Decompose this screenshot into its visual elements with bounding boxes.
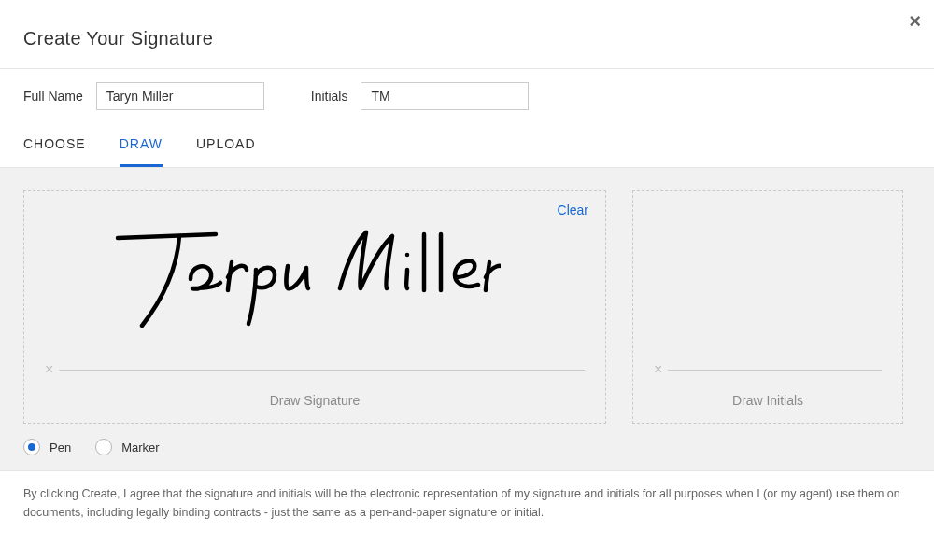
initials-panel-label: Draw Initials (633, 393, 902, 408)
pen-label: Pen (50, 441, 71, 455)
pen-radio[interactable] (23, 439, 40, 455)
name-fields: Full Name Initials (0, 69, 934, 123)
line-mark-icon: × (654, 361, 662, 378)
dialog-header: Create Your Signature (0, 0, 934, 68)
marker-radio[interactable] (95, 439, 112, 455)
signature-drawing (108, 225, 501, 328)
marker-label: Marker (121, 441, 159, 455)
tab-upload[interactable]: UPLOAD (196, 123, 256, 167)
fullname-input[interactable] (96, 82, 264, 110)
initials-line: × (654, 361, 882, 378)
signature-panel-label: Draw Signature (24, 393, 605, 408)
clear-button[interactable]: Clear (558, 203, 588, 217)
signature-line: × (45, 361, 585, 378)
signature-panel[interactable]: Clear (23, 190, 606, 424)
signature-dialog: × Create Your Signature Full Name Initia… (0, 0, 934, 560)
close-icon[interactable]: × (909, 9, 921, 34)
initials-panel[interactable]: × Draw Initials (632, 190, 903, 424)
tab-choose[interactable]: CHOOSE (23, 123, 86, 167)
line-mark-icon: × (45, 361, 53, 378)
initials-input[interactable] (361, 82, 529, 110)
disclaimer-text: By clicking Create, I agree that the sig… (0, 470, 934, 522)
initials-label: Initials (311, 89, 348, 104)
brush-selector: Pen Marker (23, 439, 911, 455)
tabs: CHOOSE DRAW UPLOAD (0, 123, 934, 168)
tab-draw[interactable]: DRAW (120, 123, 163, 167)
canvas-area: Clear (0, 168, 934, 470)
dialog-title: Create Your Signature (23, 28, 911, 49)
fullname-label: Full Name (23, 89, 83, 104)
